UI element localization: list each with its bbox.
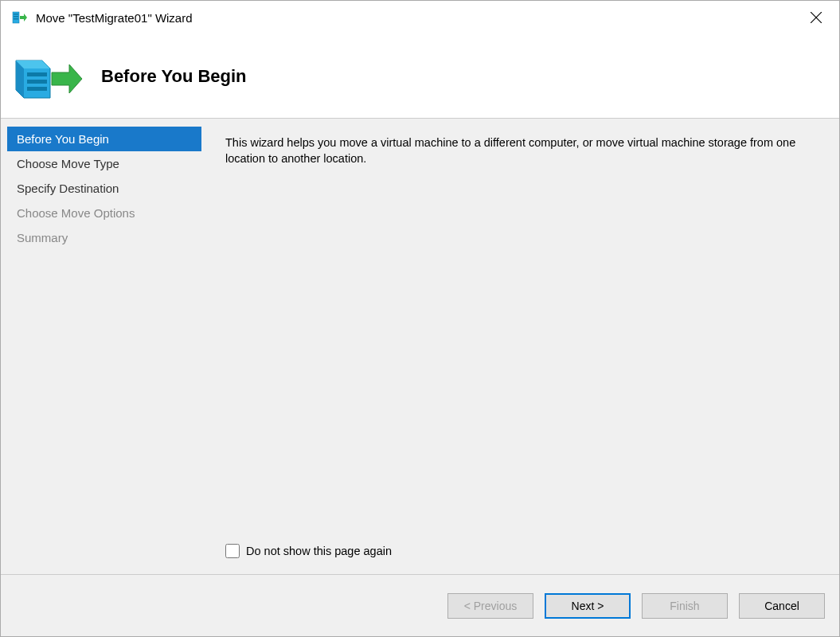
sidebar-item-before-you-begin[interactable]: Before You Begin (7, 127, 201, 151)
wizard-header: Before You Begin (1, 34, 839, 119)
sidebar-item-choose-move-options: Choose Move Options (7, 201, 201, 225)
sidebar-item-choose-move-type[interactable]: Choose Move Type (7, 151, 201, 176)
cancel-button[interactable]: Cancel (739, 593, 825, 619)
svg-rect-8 (27, 87, 47, 91)
page-title: Before You Begin (101, 66, 247, 87)
close-button[interactable] (798, 5, 834, 30)
description-text: This wizard helps you move a virtual mac… (225, 135, 823, 167)
server-move-icon (12, 49, 84, 104)
svg-rect-2 (14, 16, 18, 18)
spacer (225, 167, 823, 544)
do-not-show-label[interactable]: Do not show this page again (246, 545, 392, 557)
wizard-footer: < Previous Next > Finish Cancel (1, 574, 839, 636)
wizard-content: This wizard helps you move a virtual mac… (201, 127, 839, 574)
svg-rect-7 (27, 80, 47, 84)
finish-button: Finish (642, 593, 728, 619)
wizard-steps-sidebar: Before You Begin Choose Move Type Specif… (1, 127, 201, 574)
wizard-window: Move "TestMigrate01" Wizard Before You B… (0, 0, 840, 637)
svg-rect-3 (14, 18, 18, 20)
svg-rect-6 (27, 72, 47, 76)
wizard-body: Before You Begin Choose Move Type Specif… (1, 119, 839, 574)
do-not-show-row: Do not show this page again (225, 544, 823, 558)
do-not-show-checkbox[interactable] (225, 544, 240, 558)
sidebar-item-specify-destination[interactable]: Specify Destination (7, 176, 201, 201)
window-title: Move "TestMigrate01" Wizard (36, 11, 798, 25)
titlebar: Move "TestMigrate01" Wizard (1, 1, 839, 34)
sidebar-item-summary: Summary (7, 225, 201, 250)
previous-button: < Previous (447, 593, 533, 619)
close-icon (811, 12, 822, 23)
app-icon (12, 10, 28, 25)
next-button[interactable]: Next > (545, 593, 631, 619)
svg-rect-1 (14, 14, 18, 15)
